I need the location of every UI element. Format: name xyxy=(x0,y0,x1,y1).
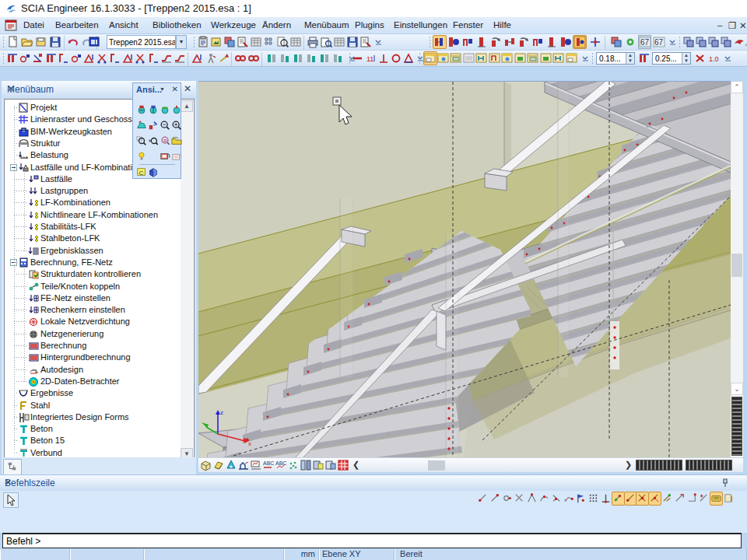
svg-text:z: z xyxy=(220,409,223,416)
svg-text:67: 67 xyxy=(654,38,664,47)
svg-text:x: x xyxy=(248,440,251,447)
svg-text:67: 67 xyxy=(640,38,650,47)
svg-text:ABC: ABC xyxy=(263,460,274,466)
svg-text:C: C xyxy=(139,170,144,177)
svg-text:R: R xyxy=(163,138,167,143)
svg-text:1.0: 1.0 xyxy=(709,55,719,63)
svg-text:ABC: ABC xyxy=(275,460,286,466)
svg-text:11: 11 xyxy=(366,55,374,63)
